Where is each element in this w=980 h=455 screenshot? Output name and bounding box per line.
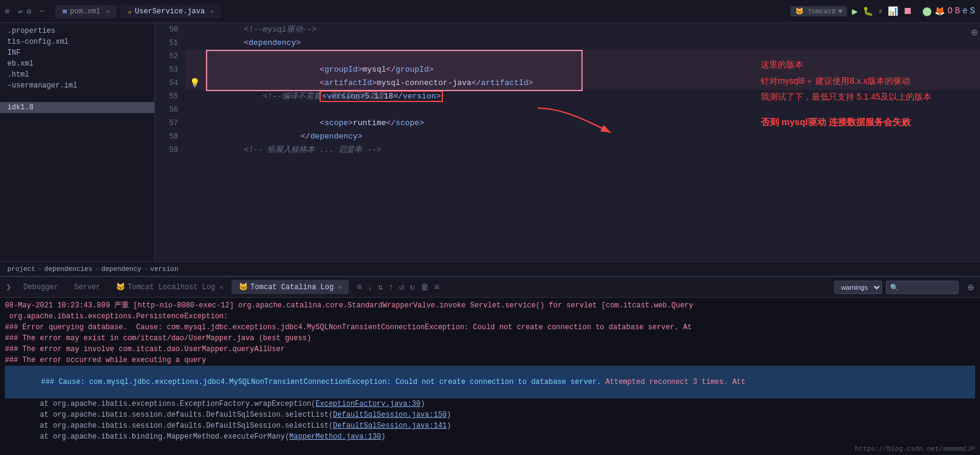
sidebar-toggle-icon[interactable]: ⊕ [5, 7, 10, 16]
run-icon[interactable]: ▶ [852, 5, 858, 18]
editor-right-buttons: ⊕ [971, 26, 978, 39]
warnings-dropdown[interactable]: warnings [834, 281, 882, 294]
profile-icon[interactable]: 📊 [888, 6, 898, 16]
line-number-52: 52 [155, 50, 185, 63]
log-delete-btn[interactable]: 🗑 [419, 281, 431, 293]
log-clear-btn[interactable]: ≡ [355, 281, 363, 293]
sidebar-item-blank [0, 91, 154, 102]
firefox-icon[interactable]: 🦊 [934, 6, 945, 16]
log-scroll-prev-btn[interactable]: ↑ [386, 281, 395, 293]
tomcat8-dropdown[interactable]: 🐱 Tomcat8 ▼ [790, 6, 847, 16]
stop-icon[interactable]: ⏹ [903, 5, 913, 17]
code-line-58: 58 [155, 130, 980, 143]
tomcat-localhost-label: Tomcat Localhost Log [128, 283, 215, 292]
tab-pom-close[interactable]: ✕ [106, 8, 109, 15]
log-search-input[interactable] [886, 281, 959, 294]
panel-right-controls: warnings [834, 281, 962, 294]
code-line-57: 57 </dependency> [155, 117, 980, 130]
sidebar-item-properties[interactable]: .properties [0, 26, 154, 36]
log-text-11: at org.apache.ibatis.binding.MapperMetho… [5, 431, 386, 442]
log-settings-btn[interactable]: ≡ [433, 281, 441, 293]
line-number-58: 58 [155, 130, 185, 143]
tab-userservice-java[interactable]: ☕ UserService.java ✕ [120, 5, 221, 18]
breadcrumb-item-dependencies: dependencies [44, 265, 92, 273]
tab-userservice-close[interactable]: ✕ [210, 8, 214, 15]
line-content-51: <dependency> [204, 36, 980, 50]
split-icon[interactable]: ⇌ [18, 7, 23, 16]
pom-xml-icon: m [63, 8, 67, 15]
log-text-9: at org.apache.ibatis.session.defaults.De… [5, 409, 451, 420]
brave-icon[interactable]: B [955, 6, 960, 16]
tab-userservice-label: UserService.java [135, 7, 205, 16]
safari-icon[interactable]: S [970, 6, 975, 16]
log-selected-after: Attempted reconnect 3 times. [601, 378, 728, 386]
tomcat8-chevron: ▼ [838, 8, 843, 15]
line-content-50: <!--mysql驱动--> [204, 23, 980, 36]
log-toolbar: ≡ ↓ ⇅ ↑ ↺ ↻ 🗑 ≡ [355, 281, 441, 293]
log-format-btn[interactable]: ↻ [408, 281, 416, 293]
sidebar-item-webxml[interactable]: eb.xml [0, 58, 154, 69]
coverage-icon[interactable]: ⚡ [878, 6, 883, 16]
tab-tomcat-localhost[interactable]: 🐱 Tomcat Localhost Log ✕ [109, 280, 230, 294]
main-layout: .properties tis-config.xml INF eb.xml .h… [0, 23, 980, 455]
code-content: 50 <!--mysql驱动--> 51 <dependency> 52 [155, 23, 980, 157]
log-text-8: at org.apache.ibatis.exceptions.Exceptio… [5, 399, 425, 409]
breadcrumb: project › dependencies › dependency › ve… [0, 261, 980, 276]
sidebar-item-inf[interactable]: INF [0, 47, 154, 58]
bulb-icon[interactable]: 💡 [190, 77, 200, 90]
log-content[interactable]: 08-May-2021 10:23:43.809 严重 [http-nio-80… [0, 298, 980, 455]
editor-expand-btn[interactable]: ⊕ [971, 26, 978, 39]
tab-server[interactable]: Server [67, 281, 108, 294]
opera-icon[interactable]: O [947, 6, 952, 16]
editor-area: .properties tis-config.xml INF eb.xml .h… [0, 23, 980, 261]
line-number-51: 51 [155, 36, 185, 50]
code-line-54: 54 💡 <version>5.1.18</version> [155, 77, 980, 90]
line-content-59: <!-- 拓展入核格本 ... 启篮串 --> [204, 143, 980, 157]
tab-tomcat-localhost-close[interactable]: ✕ [219, 284, 223, 291]
corner-url: https://blog.csdn.net/mmmmmCJP [855, 445, 975, 453]
log-text-10: at org.apache.ibatis.session.defaults.De… [5, 420, 451, 431]
code-line-53: 53 <artifactId>mysql-connector-java</art… [155, 63, 980, 77]
tab-tomcat-catalina[interactable]: 🐱 Tomcat Catalina Log ✕ [231, 280, 349, 294]
log-line-3: ### Error querying database. Cause: com.… [5, 322, 975, 333]
log-text-3: ### Error querying database. Cause: com.… [5, 322, 692, 333]
line-number-56: 56 [155, 103, 185, 117]
bottom-panel: ❯ Debugger Server 🐱 Tomcat Localhost Log… [0, 276, 980, 455]
java-icon: ☕ [128, 7, 132, 15]
breadcrumb-item-version: version [150, 265, 178, 273]
panel-tab-bar: ❯ Debugger Server 🐱 Tomcat Localhost Log… [0, 277, 980, 298]
log-line-10: at org.apache.ibatis.session.defaults.De… [5, 420, 975, 431]
settings-icon[interactable]: ⚙ [27, 7, 32, 16]
line-content-58 [204, 130, 980, 143]
log-line-6: ### The error occurred while executing a… [5, 355, 975, 366]
tomcat-catalina-label: Tomcat Catalina Log [250, 283, 334, 292]
tomcat-catalina-icon: 🐱 [239, 282, 248, 292]
log-text-2: org.apache.ibatis.exceptions.Persistence… [5, 311, 228, 322]
sidebar-item-html[interactable]: .html [0, 69, 154, 80]
sidebar-item-ibatis-config[interactable]: tis-config.xml [0, 36, 154, 47]
log-text-4: ### The error may exist in com/itcast/da… [5, 333, 311, 344]
tab-debugger[interactable]: Debugger [16, 281, 66, 294]
log-scroll-end-btn[interactable]: ↓ [366, 281, 374, 293]
panel-expand-right-btn[interactable]: ⊕ [964, 281, 978, 294]
gutter-54: 💡 [185, 77, 204, 90]
minimize-icon[interactable]: ─ [39, 7, 44, 16]
code-line-50: 50 <!--mysql驱动--> [155, 23, 980, 36]
log-text-6: ### The error occurred while executing a… [5, 355, 206, 366]
chrome-icon[interactable]: ⬤ [922, 6, 932, 16]
log-refresh-btn[interactable]: ↺ [397, 281, 406, 293]
tab-tomcat-catalina-close[interactable]: ✕ [338, 284, 341, 291]
code-line-51: 51 <dependency> [155, 36, 980, 50]
sidebar-item-iml[interactable]: -usermanager.iml [0, 80, 154, 91]
att-label: Att [728, 378, 745, 386]
tab-pom-xml[interactable]: m pom.xml ✕ [55, 5, 117, 18]
debug-icon[interactable]: 🐛 [863, 6, 873, 16]
code-editor[interactable]: 50 <!--mysql驱动--> 51 <dependency> 52 [155, 23, 980, 261]
sidebar-item-jdk[interactable]: idk1.8 [0, 102, 154, 113]
log-scroll-up-btn[interactable]: ⇅ [376, 281, 385, 293]
panel-collapse-btn[interactable]: ❯ [2, 282, 15, 292]
sidebar: .properties tis-config.xml INF eb.xml .h… [0, 23, 155, 261]
line-number-57: 57 [155, 117, 185, 130]
edge-icon[interactable]: e [962, 6, 967, 16]
tomcat8-label: 🐱 Tomcat8 [795, 7, 836, 15]
